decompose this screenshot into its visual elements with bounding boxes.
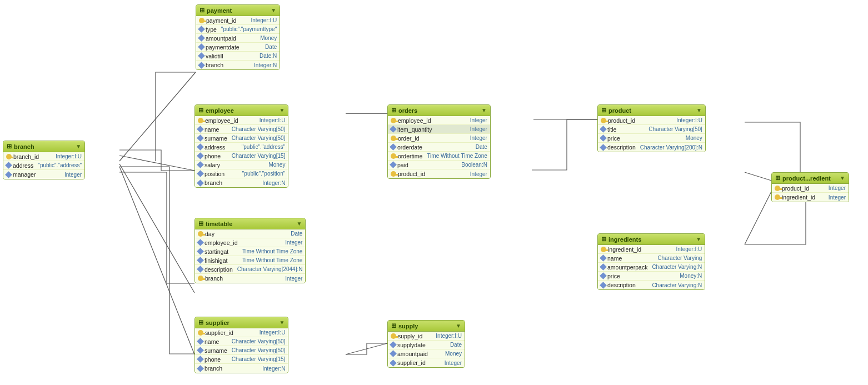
field-name: amountperpack — [607, 264, 647, 271]
table-row: employee_idInteger:I:U — [195, 116, 288, 125]
dropdown-arrow-icon[interactable]: ▼ — [279, 107, 285, 113]
table-row: orderdateDate — [388, 143, 490, 152]
dropdown-arrow-icon[interactable]: ▼ — [279, 319, 285, 326]
table-row: position"public"."position" — [195, 169, 288, 178]
dropdown-arrow-icon[interactable]: ▼ — [76, 143, 81, 149]
table-row: branchInteger:N — [195, 178, 288, 187]
field-name: employee_id — [205, 117, 238, 124]
table-header-branch[interactable]: ⊞branch▼ — [3, 141, 84, 152]
table-row: supplier_idInteger:I:U — [195, 328, 288, 337]
svg-line-0 — [119, 72, 196, 161]
table-row: ordertimeTime Without Time Zone — [388, 152, 490, 161]
table-header-product_ingredient[interactable]: ⊞product...redient▼ — [772, 173, 849, 184]
table-title: supplier — [206, 319, 230, 326]
field-type: Integer:I:U — [676, 117, 702, 123]
table-row: paidBoolean:N — [388, 161, 490, 169]
field-name: name — [607, 255, 622, 262]
table-title: orders — [398, 107, 417, 114]
table-grid-icon: ⊞ — [198, 220, 203, 227]
table-header-orders[interactable]: ⊞orders▼ — [388, 105, 490, 116]
diamond-icon — [197, 179, 204, 187]
field-type: Integer — [285, 239, 302, 246]
field-type: Character Varying[15] — [232, 356, 286, 362]
table-header-product[interactable]: ⊞product▼ — [598, 105, 705, 116]
table-header-payment[interactable]: ⊞payment▼ — [196, 5, 280, 16]
field-name: employee_id — [398, 117, 431, 124]
field-type: Boolean:N — [461, 162, 487, 168]
field-name: description — [607, 144, 636, 151]
table-row: type"public"."paymenttype" — [196, 25, 280, 34]
table-row: managerInteger — [3, 170, 84, 179]
table-row: startingatTime Without Time Zone — [195, 247, 305, 256]
table-row: supply_idInteger:I:U — [388, 332, 465, 341]
field-type: Integer — [470, 126, 487, 132]
diamond-icon — [198, 34, 205, 42]
diamond-icon — [600, 263, 607, 271]
dropdown-arrow-icon[interactable]: ▼ — [840, 175, 845, 181]
field-name: validtill — [206, 53, 223, 59]
field-type: "public"."address" — [242, 144, 286, 150]
table-row: nameCharacter Varying[50] — [195, 125, 288, 134]
field-type: Money:N — [680, 273, 702, 279]
field-name: supplier_id — [205, 329, 233, 336]
table-header-ingredients[interactable]: ⊞ingredients▼ — [598, 234, 705, 245]
field-name: finishigat — [204, 257, 227, 264]
key-icon — [198, 276, 203, 281]
table-header-timetable[interactable]: ⊞timetable▼ — [195, 218, 305, 229]
field-name: day — [205, 231, 214, 237]
table-payment: ⊞payment▼payment_idInteger:I:Utype"publi… — [196, 4, 280, 70]
dropdown-arrow-icon[interactable]: ▼ — [297, 221, 302, 227]
key-icon — [198, 330, 203, 336]
table-grid-icon: ⊞ — [601, 107, 606, 114]
table-row: amountperpackCharacter Varying:N — [598, 263, 705, 272]
table-row: item_quantityInteger — [388, 125, 490, 134]
table-row: priceMoney — [598, 134, 705, 143]
field-type: Integer — [64, 172, 82, 178]
table-row: product_idInteger — [388, 169, 490, 178]
table-ingredients: ⊞ingredients▼ingredient_idInteger:I:Unam… — [597, 233, 705, 290]
field-type: Date — [450, 342, 462, 348]
dropdown-arrow-icon[interactable]: ▼ — [696, 107, 702, 113]
table-row: supplydateDate — [388, 341, 465, 349]
table-header-supply[interactable]: ⊞supply▼ — [388, 321, 465, 332]
table-title: product...redient — [782, 175, 831, 182]
table-row: surnameCharacter Varying[50] — [195, 134, 288, 143]
field-type: Integer:I:U — [56, 153, 82, 159]
field-name: paymentdate — [206, 44, 240, 51]
diamond-icon — [197, 161, 204, 168]
dropdown-arrow-icon[interactable]: ▼ — [481, 107, 487, 113]
diamond-icon — [197, 365, 204, 372]
table-grid-icon: ⊞ — [391, 107, 396, 114]
diamond-icon — [197, 143, 204, 151]
field-name: ingredient_id — [608, 246, 641, 253]
table-row: branchInteger:N — [196, 61, 280, 69]
field-name: startingat — [204, 248, 228, 255]
diamond-icon — [390, 350, 397, 357]
table-employee: ⊞employee▼employee_idInteger:I:UnameChar… — [194, 104, 288, 188]
diamond-icon — [600, 134, 607, 142]
diamond-icon — [390, 126, 397, 133]
table-row: address"public"."address" — [3, 161, 84, 170]
key-icon — [391, 118, 396, 123]
dropdown-arrow-icon[interactable]: ▼ — [696, 236, 701, 242]
field-type: Character Varying[50] — [232, 135, 286, 141]
key-icon — [391, 136, 396, 141]
table-header-supplier[interactable]: ⊞supplier▼ — [195, 317, 288, 328]
dropdown-arrow-icon[interactable]: ▼ — [271, 7, 276, 13]
diamond-icon — [197, 134, 204, 142]
table-grid-icon: ⊞ — [7, 143, 12, 150]
table-header-employee[interactable]: ⊞employee▼ — [195, 105, 288, 116]
table-grid-icon: ⊞ — [601, 236, 606, 243]
field-type: Time Without Time Zone — [242, 257, 303, 263]
dropdown-arrow-icon[interactable]: ▼ — [456, 323, 461, 329]
table-product_ingredient: ⊞product...redient▼product_idIntegeringr… — [771, 172, 849, 202]
field-name: supplier_id — [397, 359, 426, 366]
table-title: branch — [14, 143, 34, 150]
table-orders: ⊞orders▼employee_idIntegeritem_quantityI… — [387, 104, 491, 179]
key-icon — [6, 154, 12, 159]
field-type: Integer:N — [254, 62, 277, 68]
table-title: timetable — [206, 221, 232, 227]
table-grid-icon: ⊞ — [775, 174, 780, 182]
field-type: Date:N — [260, 53, 277, 59]
field-name: item_quantity — [397, 126, 432, 133]
